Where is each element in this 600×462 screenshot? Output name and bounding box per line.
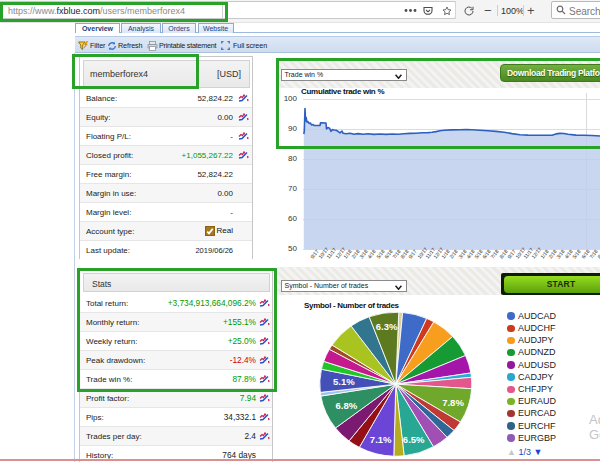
svg-text:6.3%: 6.3% bbox=[376, 321, 398, 332]
svg-text:7.1%: 7.1% bbox=[370, 434, 392, 445]
svg-text:6.5%: 6.5% bbox=[403, 434, 425, 445]
svg-text:5.1%: 5.1% bbox=[333, 376, 355, 387]
svg-text:6.8%: 6.8% bbox=[335, 400, 357, 411]
svg-text:7.8%: 7.8% bbox=[442, 397, 464, 408]
